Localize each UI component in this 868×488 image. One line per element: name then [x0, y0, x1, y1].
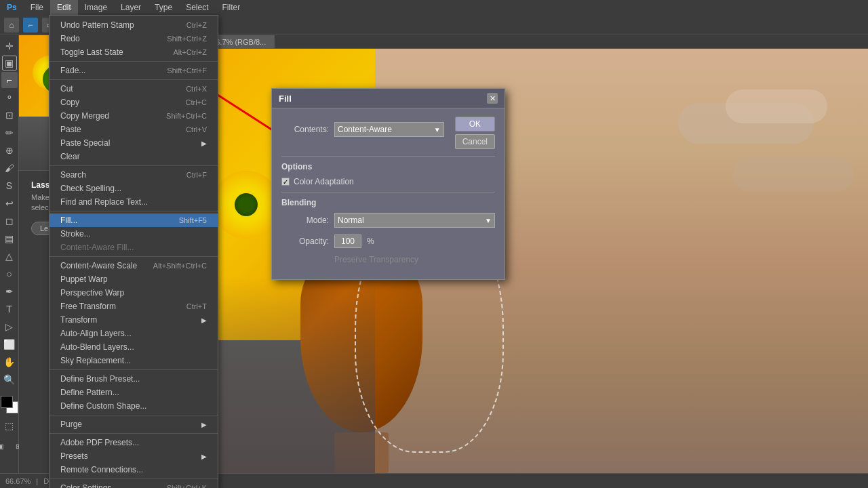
tool-brush[interactable]: 🖌 — [1, 160, 18, 176]
menu-item-ps[interactable]: Ps — [0, 0, 24, 15]
toolbar-home-icon[interactable]: ⌂ — [4, 18, 19, 33]
tool-eraser[interactable]: ◻ — [1, 213, 18, 229]
fill-ok-button[interactable]: OK — [455, 117, 495, 131]
menu-check-spelling[interactable]: Check Spelling... — [50, 182, 218, 195]
sep6 — [50, 369, 218, 370]
menu-content-aware-scale[interactable]: Content-Aware Scale Alt+Shift+Ctrl+C — [50, 259, 218, 272]
edit-menu: Undo Pattern Stamp Ctrl+Z Redo Shift+Ctr… — [49, 15, 218, 488]
menu-free-transform[interactable]: Free Transform Ctrl+T — [50, 300, 218, 313]
menu-item-type[interactable]: Type — [148, 0, 179, 15]
blending-section: Blending Mode: Normal ▼ Opacity: % Prese… — [281, 192, 495, 264]
menu-paste-special[interactable]: Paste Special ▶ — [50, 136, 218, 150]
menu-presets[interactable]: Presets ▶ — [50, 449, 218, 463]
contents-select[interactable]: Content-Aware ▼ — [334, 122, 444, 137]
menu-define-custom-shape[interactable]: Define Custom Shape... — [50, 399, 218, 413]
menu-item-select[interactable]: Select — [179, 0, 215, 15]
tool-crop[interactable]: ⊡ — [1, 107, 18, 123]
menu-auto-blend-layers[interactable]: Auto-Blend Layers... — [50, 340, 218, 354]
menu-define-brush[interactable]: Define Brush Preset... — [50, 372, 218, 386]
tool-quick-select[interactable]: ⚬ — [1, 89, 18, 106]
tool-type[interactable]: T — [1, 301, 18, 317]
menu-item-edit[interactable]: Edit — [50, 0, 78, 15]
tool-move[interactable]: ✛ — [1, 38, 18, 54]
fill-cancel-button[interactable]: Cancel — [455, 134, 495, 149]
opacity-input[interactable] — [334, 235, 361, 248]
tool-select[interactable]: ▣ — [2, 56, 17, 70]
tool-quick-mask[interactable]: ⬚ — [1, 418, 18, 434]
sep7 — [50, 415, 218, 415]
tool-path-select[interactable]: ▷ — [1, 319, 18, 335]
menu-redo[interactable]: Redo Shift+Ctrl+Z — [50, 32, 218, 45]
fill-dialog-close-button[interactable]: ✕ — [487, 93, 498, 104]
tool-clone[interactable]: S — [1, 178, 18, 194]
preserve-transparency-row: Preserve Transparency — [281, 255, 495, 264]
tool-screen-mode[interactable]: ▣ — [0, 438, 9, 454]
tool-dodge[interactable]: ○ — [1, 266, 18, 282]
mode-select[interactable]: Normal ▼ — [334, 213, 495, 228]
fill-dialog: Fill ✕ Contents: Content-Aware ▼ OK Canc… — [271, 88, 505, 280]
tool-gradient[interactable]: ▤ — [1, 230, 18, 247]
mode-label: Mode: — [281, 216, 329, 225]
sep9 — [50, 479, 218, 479]
tool-heal[interactable]: ⊕ — [1, 142, 18, 159]
menu-fill[interactable]: Fill... Shift+F5 — [50, 214, 218, 227]
menu-auto-align-layers[interactable]: Auto-Align Layers... — [50, 327, 218, 340]
menu-remote-connections[interactable]: Remote Connections... — [50, 463, 218, 476]
menu-toggle-last-state[interactable]: Toggle Last State Alt+Ctrl+Z — [50, 45, 218, 59]
opacity-row: Opacity: % — [281, 235, 495, 248]
menu-purge[interactable]: Purge ▶ — [50, 418, 218, 431]
menu-bar: Ps File Edit Image Layer Type Select Fil… — [0, 0, 868, 15]
opacity-label: Opacity: — [281, 237, 329, 246]
tool-shape[interactable]: ⬜ — [1, 336, 18, 352]
menu-find-replace[interactable]: Find and Replace Text... — [50, 195, 218, 209]
contents-label: Contents: — [281, 125, 329, 134]
color-adaptation-label: Color Adaptation — [294, 177, 354, 186]
menu-copy[interactable]: Copy Ctrl+C — [50, 96, 218, 109]
tool-lasso[interactable]: ⌐ — [1, 72, 18, 88]
menu-color-settings[interactable]: Color Settings... Shift+Ctrl+K — [50, 481, 218, 488]
doc-tab-bar: Content Aware Fill.psd @ 66.7% (RGB/8... — [117, 35, 868, 49]
menu-fade[interactable]: Fade... Shift+Ctrl+F — [50, 64, 218, 77]
menu-clear[interactable]: Clear — [50, 150, 218, 163]
menu-sky-replacement[interactable]: Sky Replacement... — [50, 354, 218, 367]
status-text: 66.67% — [5, 477, 31, 485]
menu-transform[interactable]: Transform ▶ — [50, 313, 218, 327]
sep3 — [50, 165, 218, 166]
tool-zoom[interactable]: 🔍 — [1, 371, 18, 388]
fill-dialog-body: Contents: Content-Aware ▼ OK Cancel Opti… — [272, 108, 505, 279]
tool-eyedropper[interactable]: ✏ — [1, 125, 18, 141]
foreground-color-swatch[interactable] — [1, 396, 13, 408]
menu-perspective-warp[interactable]: Perspective Warp — [50, 286, 218, 300]
menu-cut[interactable]: Cut Ctrl+X — [50, 82, 218, 96]
menu-search[interactable]: Search Ctrl+F — [50, 168, 218, 182]
tool-history-brush[interactable]: ↩ — [1, 195, 18, 211]
sep4 — [50, 211, 218, 211]
menu-item-image[interactable]: Image — [78, 0, 114, 15]
options-section: Options ✓ Color Adaptation — [281, 156, 495, 186]
menu-item-layer[interactable]: Layer — [114, 0, 148, 15]
options-title: Options — [281, 162, 495, 171]
toolbar-lasso-icon[interactable]: ⌐ — [23, 18, 38, 33]
sep2 — [50, 79, 218, 80]
menu-item-filter[interactable]: Filter — [215, 0, 247, 15]
tool-blur[interactable]: △ — [1, 248, 18, 264]
menu-stroke[interactable]: Stroke... — [50, 227, 218, 241]
menu-undo-pattern[interactable]: Undo Pattern Stamp Ctrl+Z — [50, 18, 218, 32]
menu-item-file[interactable]: File — [24, 0, 50, 15]
sep8 — [50, 433, 218, 434]
menu-copy-merged[interactable]: Copy Merged Shift+Ctrl+C — [50, 109, 218, 123]
menu-paste[interactable]: Paste Ctrl+V — [50, 123, 218, 136]
color-adaptation-checkbox[interactable]: ✓ — [281, 178, 290, 186]
opacity-unit: % — [367, 237, 374, 246]
left-panel: ✛ ▣ ⌐ ⚬ ⊡ ✏ ⊕ 🖌 S ↩ ◻ ▤ △ ○ ✒ T ▷ ⬜ ✋ 🔍 … — [0, 35, 19, 488]
tool-pen[interactable]: ✒ — [1, 283, 18, 300]
menu-content-aware-fill: Content-Aware Fill... — [50, 241, 218, 254]
menu-adobe-pdf[interactable]: Adobe PDF Presets... — [50, 436, 218, 449]
preserve-transparency-text: Preserve Transparency — [334, 255, 418, 264]
contents-row: Contents: Content-Aware ▼ OK Cancel — [281, 117, 495, 149]
menu-puppet-warp[interactable]: Puppet Warp — [50, 272, 218, 286]
tool-hand[interactable]: ✋ — [1, 354, 18, 370]
mode-row: Mode: Normal ▼ — [281, 213, 495, 228]
fill-dialog-title: Fill — [279, 94, 292, 104]
menu-define-pattern[interactable]: Define Pattern... — [50, 386, 218, 399]
